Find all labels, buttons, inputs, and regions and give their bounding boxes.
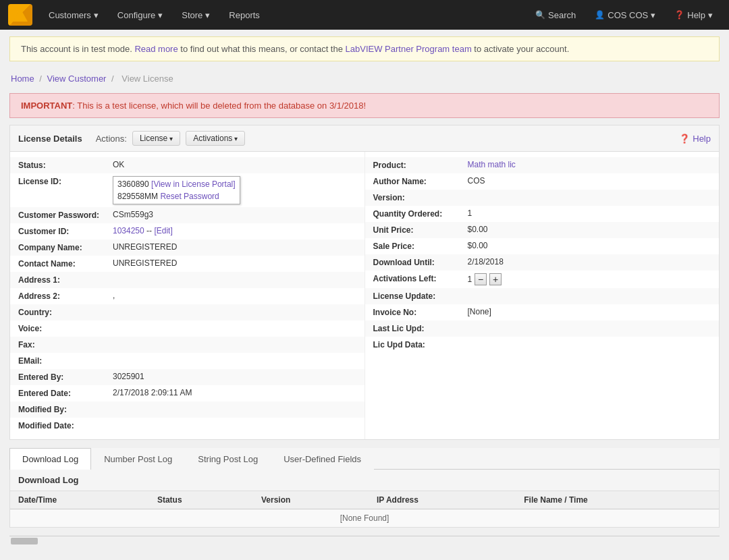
field-contact-name: Contact Name: UNREGISTERED: [10, 256, 364, 272]
nav-item-customers[interactable]: Customers ▾: [40, 0, 107, 30]
important-banner: IMPORTANT: This is a test license, which…: [9, 93, 720, 118]
panel-header: License Details Actions: License ▾ Activ…: [10, 125, 719, 152]
nav-item-store[interactable]: Store ▾: [173, 0, 218, 30]
field-last-lic-upd: Last Lic Upd:: [365, 320, 720, 337]
read-more-link[interactable]: Read more: [134, 44, 178, 54]
col-ip-address: IP Address: [369, 491, 516, 509]
chevron-down-icon: ▾: [651, 10, 655, 20]
license-dropdown-button[interactable]: License ▾: [132, 131, 180, 146]
user-menu[interactable]: 👤 COS COS ▾: [587, 0, 664, 30]
field-address2: Address 2: ,: [10, 288, 364, 304]
product-link[interactable]: Math math lic: [468, 160, 516, 169]
chevron-down-icon: ▾: [169, 135, 173, 142]
breadcrumb-home[interactable]: Home: [11, 74, 34, 84]
fields-right: Product: Math math lic Author Name: COS …: [365, 152, 720, 439]
chevron-down-icon: ▾: [94, 10, 99, 20]
field-author-name: Author Name: COS: [365, 173, 720, 190]
col-version: Version: [253, 491, 369, 509]
view-in-license-portal-link[interactable]: [View in License Portal]: [151, 179, 236, 189]
field-email: EMail:: [10, 353, 364, 369]
field-license-id: License ID: 3360890 [View in License Por…: [10, 173, 364, 207]
field-product: Product: Math math lic: [365, 157, 720, 173]
field-version: Version:: [365, 190, 720, 206]
field-country: Country:: [10, 304, 364, 320]
labview-partner-link[interactable]: LabVIEW Partner Program team: [346, 44, 472, 54]
breadcrumb: Home / View Customer / View License: [0, 68, 729, 89]
log-header: Download Log: [10, 470, 719, 491]
field-customer-id: Customer ID: 1034250 -- [Edit]: [10, 223, 364, 240]
col-datetime: Date/Time: [10, 491, 149, 509]
navbar-right: 🔍 Search 👤 COS COS ▾ ❓ Help ▾: [527, 0, 721, 30]
field-voice: Voice:: [10, 320, 364, 337]
license-details-panel: License Details Actions: License ▾ Activ…: [9, 125, 720, 440]
tab-string-post-log[interactable]: String Post Log: [185, 448, 271, 470]
chevron-down-icon: ▾: [234, 135, 238, 142]
field-quantity-ordered: Quantity Ordered: 1: [365, 206, 720, 222]
help-icon: ❓: [679, 134, 690, 144]
test-mode-banner: This account is in test mode. Read more …: [9, 36, 720, 61]
fields-container: Status: OK License ID: 3360890 [View in …: [10, 152, 719, 439]
activations-decrement-button[interactable]: −: [475, 273, 487, 285]
tab-download-log[interactable]: Download Log: [9, 448, 91, 470]
col-status: Status: [149, 491, 253, 509]
activations-value: 1: [468, 275, 473, 284]
field-customer-password: Customer Password: CSm559g3: [10, 207, 364, 223]
field-entered-by: Entered By: 3025901: [10, 369, 364, 385]
chevron-down-icon: ▾: [158, 10, 163, 20]
scroll-thumb[interactable]: [11, 538, 38, 544]
search-icon: 🔍: [535, 10, 545, 20]
log-table: Date/Time Status Version IP Address File…: [10, 491, 719, 527]
field-status: Status: OK: [10, 157, 364, 173]
user-icon: 👤: [595, 10, 605, 20]
field-license-update: License Update:: [365, 288, 720, 304]
tab-number-post-log[interactable]: Number Post Log: [91, 448, 185, 470]
nav-item-configure[interactable]: Configure ▾: [109, 0, 171, 30]
field-lic-upd-data: Lic Upd Data:: [365, 337, 720, 353]
field-modified-date: Modified Date:: [10, 418, 364, 434]
field-invoice-no: Invoice No: [None]: [365, 304, 720, 320]
chevron-down-icon: ▾: [708, 10, 713, 20]
field-unit-price: Unit Price: $0.00: [365, 222, 720, 238]
license-id-popup: 3360890 [View in License Portal] 829558M…: [113, 176, 240, 204]
edit-customer-link[interactable]: [Edit]: [154, 226, 172, 235]
customer-id-link[interactable]: 1034250: [113, 226, 144, 235]
log-empty-row: [None Found]: [10, 509, 719, 528]
tab-user-defined-fields[interactable]: User-Defined Fields: [271, 448, 374, 470]
reset-password-link[interactable]: Reset Password: [160, 192, 219, 201]
help-menu[interactable]: ❓ Help ▾: [666, 0, 721, 30]
field-company-name: Company Name: UNREGISTERED: [10, 240, 364, 256]
fields-left: Status: OK License ID: 3360890 [View in …: [10, 152, 365, 439]
tabs-bar: Download Log Number Post Log String Post…: [9, 448, 720, 470]
log-panel: Download Log Date/Time Status Version IP…: [9, 470, 720, 528]
activations-dropdown-button[interactable]: Activations ▾: [186, 131, 245, 146]
panel-title: License Details: [18, 134, 82, 144]
field-entered-date: Entered Date: 2/17/2018 2:09:11 AM: [10, 385, 364, 401]
breadcrumb-view-license: View License: [122, 74, 173, 84]
help-icon: ❓: [674, 10, 684, 20]
help-link[interactable]: ❓ Help: [679, 134, 711, 144]
search-button[interactable]: 🔍 Search: [527, 0, 584, 30]
chevron-down-icon: ▾: [205, 10, 210, 20]
activations-increment-button[interactable]: +: [489, 273, 502, 285]
field-modified-by: Modified By:: [10, 401, 364, 418]
field-download-until: Download Until: 2/18/2018: [365, 254, 720, 271]
log-table-header-row: Date/Time Status Version IP Address File…: [10, 491, 719, 509]
field-sale-price: Sale Price: $0.00: [365, 238, 720, 254]
app-logo[interactable]: [8, 4, 32, 26]
log-empty-text: [None Found]: [10, 509, 719, 528]
activations-control: 1 − +: [468, 273, 502, 285]
field-address1: Address 1:: [10, 272, 364, 288]
field-activations-left: Activations Left: 1 − +: [365, 271, 720, 288]
breadcrumb-view-customer[interactable]: View Customer: [47, 74, 107, 84]
field-fax: Fax:: [10, 337, 364, 353]
horizontal-scrollbar[interactable]: [9, 536, 720, 545]
nav-item-reports[interactable]: Reports: [221, 0, 268, 30]
navbar: Customers ▾ Configure ▾ Store ▾ Reports …: [0, 0, 729, 30]
col-file-name: File Name / Time: [516, 491, 719, 509]
